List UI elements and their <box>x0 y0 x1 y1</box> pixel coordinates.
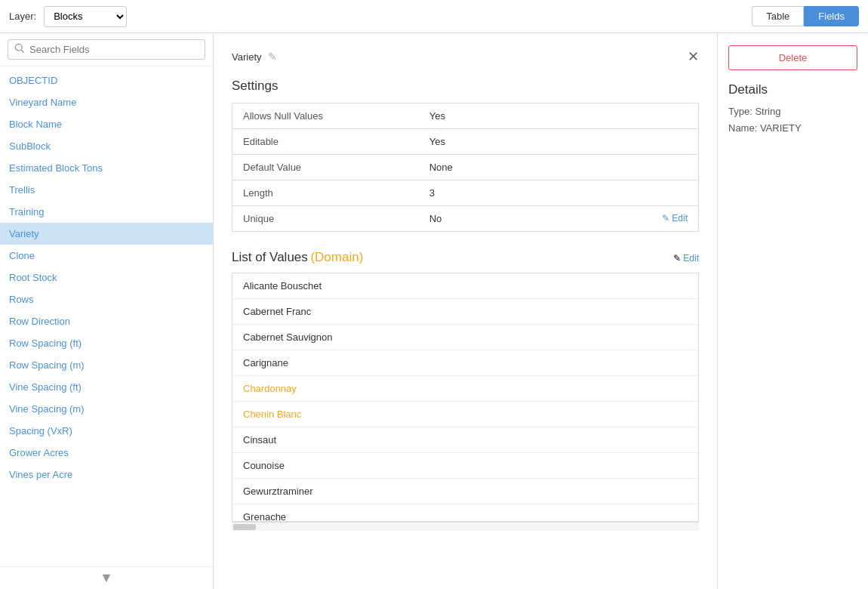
settings-value: No✎ Edit <box>419 206 699 232</box>
settings-table: Allows Null ValuesYesEditableYesDefault … <box>232 103 699 232</box>
field-item[interactable]: Row Direction <box>0 310 213 332</box>
tab-table[interactable]: Table <box>752 6 804 26</box>
svg-line-1 <box>21 50 23 52</box>
right-panel: Delete Details Type: String Name: VARIET… <box>717 33 868 589</box>
field-item[interactable]: Root Stock <box>0 267 213 288</box>
settings-key: Editable <box>232 129 419 155</box>
field-item[interactable]: Vine Spacing (ft) <box>0 376 213 398</box>
name-text: Name: VARIETY <box>728 120 857 137</box>
settings-row: Default ValueNone <box>232 155 699 180</box>
field-item[interactable]: Row Spacing (m) <box>0 354 213 376</box>
settings-value: Yes <box>419 129 699 155</box>
field-item[interactable]: Vine Spacing (m) <box>0 398 213 420</box>
lov-item[interactable]: Cabernet Sauvignon <box>232 325 698 350</box>
settings-row: Allows Null ValuesYes <box>232 103 699 129</box>
settings-key: Length <box>232 180 419 206</box>
center-content: Variety ✎ ✕ Settings Allows Null ValuesY… <box>214 33 717 589</box>
settings-row: EditableYes <box>232 129 699 155</box>
lov-item[interactable]: Gewurztraminer <box>232 479 698 504</box>
lov-title: List of Values <box>232 250 308 264</box>
main-layout: OBJECTIDVineyard NameBlock NameSubBlockE… <box>0 33 868 589</box>
field-item[interactable]: Block Name <box>0 113 213 135</box>
settings-value: Yes <box>419 103 699 129</box>
settings-row: Length3 <box>232 180 699 206</box>
details-text: Type: String Name: VARIETY <box>728 103 857 137</box>
settings-edit-link[interactable]: ✎ Edit <box>662 213 688 224</box>
field-item[interactable]: SubBlock <box>0 135 213 157</box>
lov-item[interactable]: Carignane <box>232 350 698 376</box>
search-input[interactable] <box>29 44 199 55</box>
tab-group: Table Fields <box>752 6 859 26</box>
lov-item[interactable]: Chardonnay <box>232 376 698 402</box>
lov-item[interactable]: Chenin Blanc <box>232 402 698 427</box>
field-item[interactable]: Variety <box>0 223 213 245</box>
field-item[interactable]: Vineyard Name <box>0 91 213 113</box>
settings-key: Unique <box>232 206 419 232</box>
settings-title: Settings <box>232 79 699 94</box>
layer-label: Layer: <box>9 11 36 22</box>
search-input-wrap <box>8 39 205 60</box>
field-item[interactable]: Training <box>0 201 213 223</box>
lov-edit-pencil-icon: ✎ <box>673 253 681 264</box>
horizontal-scrollbar[interactable] <box>232 522 699 531</box>
lov-item[interactable]: Cinsaut <box>232 427 698 453</box>
field-title-edit-icon[interactable]: ✎ <box>268 51 277 63</box>
lov-item[interactable]: Cabernet Franc <box>232 299 698 325</box>
lov-item[interactable]: Alicante Bouschet <box>232 273 698 299</box>
details-title: Details <box>728 82 857 97</box>
field-item[interactable]: Rows <box>0 288 213 310</box>
field-item[interactable]: Trellis <box>0 179 213 201</box>
delete-button[interactable]: Delete <box>728 45 857 70</box>
lov-item[interactable]: Counoise <box>232 453 698 479</box>
lov-title-wrap: List of Values (Domain) <box>232 250 363 265</box>
lov-list-container: Alicante BouschetCabernet FrancCabernet … <box>232 273 699 531</box>
field-title: Variety ✎ <box>232 51 277 63</box>
field-item[interactable]: Row Spacing (ft) <box>0 332 213 354</box>
field-item[interactable]: OBJECTID <box>0 69 213 91</box>
layer-select[interactable]: Blocks <box>44 6 127 27</box>
settings-value: 3 <box>419 180 699 206</box>
lov-item[interactable]: Grenache <box>232 504 698 522</box>
field-item[interactable]: Grower Acres <box>0 442 213 464</box>
settings-value: None <box>419 155 699 180</box>
field-item[interactable]: Estimated Block Tons <box>0 157 213 179</box>
settings-row: UniqueNo✎ Edit <box>232 206 699 232</box>
lov-header: List of Values (Domain) ✎ Edit <box>232 250 699 265</box>
field-title-row: Variety ✎ ✕ <box>232 48 699 65</box>
header-bar: Layer: Blocks Table Fields <box>0 0 868 33</box>
lov-edit-wrap: ✎ Edit <box>673 252 699 264</box>
field-item[interactable]: Spacing (VxR) <box>0 420 213 442</box>
settings-key: Default Value <box>232 155 419 180</box>
scroll-indicator: ▼ <box>0 566 213 589</box>
field-list: OBJECTIDVineyard NameBlock NameSubBlockE… <box>0 66 213 566</box>
field-title-text: Variety <box>232 51 262 63</box>
search-wrap <box>0 33 213 66</box>
lov-list[interactable]: Alicante BouschetCabernet FrancCabernet … <box>232 273 699 522</box>
lov-domain: (Domain) <box>310 250 363 264</box>
search-icon <box>14 43 25 56</box>
header-left: Layer: Blocks <box>9 6 127 27</box>
hscroll-thumb <box>233 524 256 530</box>
field-item[interactable]: Vines per Acre <box>0 464 213 486</box>
details-section: Details Type: String Name: VARIETY <box>728 82 857 137</box>
sidebar: OBJECTIDVineyard NameBlock NameSubBlockE… <box>0 33 214 589</box>
lov-edit-button[interactable]: Edit <box>683 253 699 264</box>
close-icon[interactable]: ✕ <box>688 48 699 65</box>
settings-key: Allows Null Values <box>232 103 419 129</box>
tab-fields[interactable]: Fields <box>804 6 859 26</box>
type-text: Type: String <box>728 103 857 120</box>
field-item[interactable]: Clone <box>0 245 213 267</box>
